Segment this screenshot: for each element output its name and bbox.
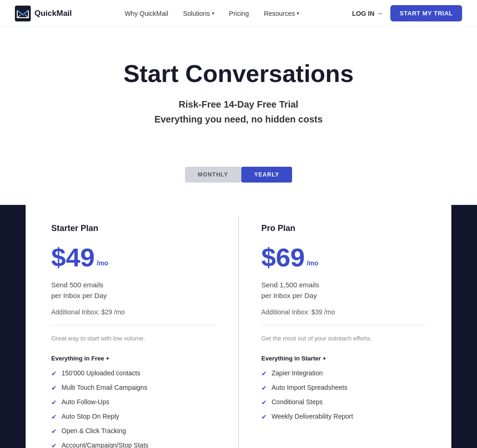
pro-price-mo: /mo bbox=[307, 259, 318, 267]
pricing-section: Starter Plan $49 /mo Send 500 emails per… bbox=[0, 205, 477, 448]
pro-features-header: Everything in Starter + bbox=[261, 355, 426, 362]
check-icon: ✔ bbox=[261, 370, 267, 377]
trial-button[interactable]: START MY TRIAL bbox=[390, 5, 462, 21]
starter-feature-list: ✔ 150'000 Uploaded contacts ✔ Multi Touc… bbox=[51, 369, 216, 448]
list-item: ✔ Account/Campaign/Stop Stats bbox=[51, 441, 216, 448]
chevron-down-icon: ▾ bbox=[297, 11, 299, 16]
list-item: ✔ Conditional Steps bbox=[261, 398, 426, 406]
list-item: ✔ Auto Import Spreadsheets bbox=[261, 384, 426, 392]
pro-divider bbox=[261, 325, 426, 326]
monthly-toggle[interactable]: MONTHLY bbox=[185, 167, 241, 183]
logo-text: QuickMail bbox=[34, 9, 72, 18]
pro-emails: Send 1,500 emails per Inbox per Day bbox=[261, 280, 426, 301]
starter-price-amount: $49 bbox=[51, 244, 95, 271]
dark-bg-right bbox=[451, 205, 477, 448]
chevron-down-icon: ▾ bbox=[212, 11, 214, 16]
login-arrow-icon: → bbox=[376, 10, 383, 17]
starter-tagline: Great way to start with low volume. bbox=[51, 335, 216, 342]
pro-price-row: $69 /mo bbox=[261, 244, 426, 271]
hero-section: Start Conversations Risk-Free 14-Day Fre… bbox=[0, 27, 477, 150]
pro-additional: Additional Inbox: $39 /mo bbox=[261, 308, 426, 316]
starter-price-mo: /mo bbox=[96, 259, 108, 267]
check-icon: ✔ bbox=[51, 442, 57, 448]
nav-links: Why QuickMail Solutions ▾ Pricing Resour… bbox=[125, 10, 300, 17]
pro-plan-name: Pro Plan bbox=[261, 224, 426, 233]
check-icon: ✔ bbox=[261, 384, 267, 392]
list-item: ✔ Multi Touch Email Campaigns bbox=[51, 384, 216, 392]
navbar: QuickMail Why QuickMail Solutions ▾ Pric… bbox=[0, 0, 477, 27]
list-item: ✔ Open & Click Tracking bbox=[51, 427, 216, 435]
starter-emails: Send 500 emails per Inbox per Day bbox=[51, 280, 216, 301]
check-icon: ✔ bbox=[51, 428, 57, 435]
check-icon: ✔ bbox=[51, 370, 57, 377]
pro-feature-list: ✔ Zapier Integration ✔ Auto Import Sprea… bbox=[261, 369, 426, 421]
list-item: ✔ Weekly Deliverability Report bbox=[261, 413, 426, 421]
starter-features-header: Everything in Free + bbox=[51, 355, 216, 362]
check-icon: ✔ bbox=[51, 384, 57, 392]
check-icon: ✔ bbox=[51, 399, 57, 406]
hero-subtitle: Risk-Free 14-Day Free Trial Everything y… bbox=[15, 97, 462, 127]
pricing-cards: Starter Plan $49 /mo Send 500 emails per… bbox=[29, 205, 448, 448]
nav-pricing[interactable]: Pricing bbox=[229, 10, 249, 17]
nav-resources[interactable]: Resources ▾ bbox=[264, 10, 299, 17]
list-item: ✔ Zapier Integration bbox=[261, 369, 426, 377]
hero-title: Start Conversations bbox=[15, 60, 462, 88]
pro-tagline: Get the most out of your outreach effort… bbox=[261, 335, 426, 342]
list-item: ✔ Auto Follow-Ups bbox=[51, 398, 216, 406]
check-icon: ✔ bbox=[51, 413, 57, 421]
starter-plan-name: Starter Plan bbox=[51, 224, 216, 233]
nav-right: LOG IN → START MY TRIAL bbox=[352, 5, 462, 21]
logo-icon bbox=[15, 6, 31, 21]
list-item: ✔ Auto Stop On Reply bbox=[51, 413, 216, 421]
nav-solutions[interactable]: Solutions ▾ bbox=[183, 10, 214, 17]
starter-plan-card: Starter Plan $49 /mo Send 500 emails per… bbox=[29, 205, 238, 448]
check-icon: ✔ bbox=[261, 413, 267, 421]
starter-divider bbox=[51, 325, 216, 326]
pro-price-amount: $69 bbox=[261, 244, 305, 271]
list-item: ✔ 150'000 Uploaded contacts bbox=[51, 369, 216, 377]
starter-additional: Additional Inbox: $29 /mo bbox=[51, 308, 216, 316]
nav-why-quickmail[interactable]: Why QuickMail bbox=[125, 10, 168, 17]
starter-price-row: $49 /mo bbox=[51, 244, 216, 271]
login-button[interactable]: LOG IN → bbox=[352, 10, 383, 17]
pro-plan-card: Pro Plan $69 /mo Send 1,500 emails per I… bbox=[239, 205, 448, 448]
check-icon: ✔ bbox=[261, 399, 267, 406]
yearly-toggle[interactable]: YEARLY bbox=[241, 167, 293, 183]
dark-bg-left bbox=[0, 205, 26, 448]
logo[interactable]: QuickMail bbox=[15, 6, 72, 21]
billing-toggle: MONTHLY YEARLY bbox=[0, 167, 477, 183]
